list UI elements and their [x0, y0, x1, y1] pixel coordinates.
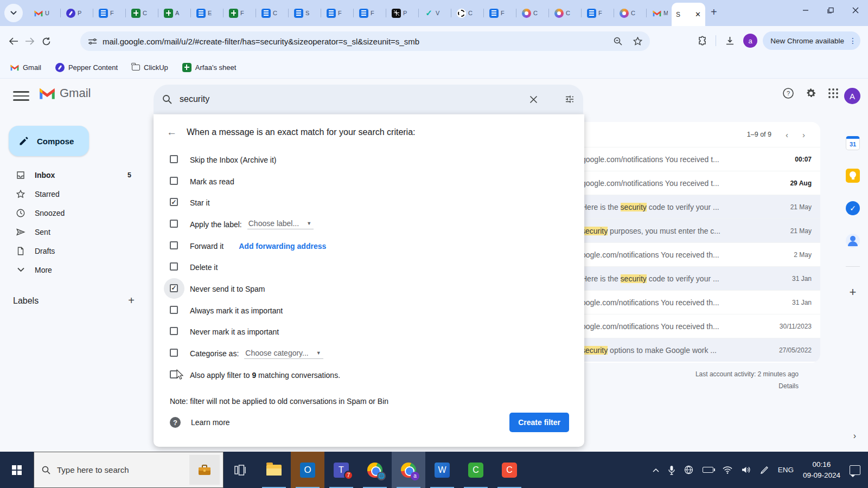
- chrome-profile-button[interactable]: a: [392, 452, 425, 488]
- bookmark-arfaas-sheet[interactable]: Arfaa's sheet: [182, 63, 236, 72]
- choose-dropdown[interactable]: Choose category...▼: [244, 349, 323, 359]
- filter-checkbox[interactable]: ✓: [170, 284, 178, 292]
- word-button[interactable]: W: [425, 452, 459, 488]
- network-globe-icon[interactable]: [684, 465, 693, 474]
- outlook-button[interactable]: O: [291, 452, 324, 488]
- filter-checkbox[interactable]: [170, 327, 178, 335]
- action-center-icon[interactable]: [850, 465, 860, 475]
- reload-icon[interactable]: [38, 33, 54, 49]
- browser-tab[interactable]: F: [224, 0, 256, 26]
- browser-menu-icon[interactable]: ⋮: [848, 36, 857, 45]
- back-icon[interactable]: [5, 33, 22, 49]
- sidebar-item-inbox[interactable]: Inbox5: [4, 165, 139, 184]
- browser-tab[interactable]: ✓V: [419, 0, 451, 26]
- add-forwarding-address-link[interactable]: Add forwarding address: [239, 242, 326, 251]
- filter-checkbox[interactable]: ✓: [170, 198, 178, 206]
- clear-search-icon[interactable]: [529, 95, 538, 104]
- gmail-search-bar[interactable]: security: [154, 85, 583, 114]
- calendar-icon[interactable]: 31: [846, 136, 860, 150]
- browser-tab[interactable]: C: [516, 0, 549, 26]
- browser-tab[interactable]: F: [354, 0, 386, 26]
- filter-checkbox[interactable]: [170, 262, 178, 271]
- email-row[interactable]: Here is the security code to verify your…: [577, 266, 820, 290]
- search-options-icon[interactable]: [565, 95, 575, 104]
- bookmark-clickup[interactable]: ClickUp: [132, 63, 168, 72]
- sidebar-item-drafts[interactable]: Drafts: [4, 241, 139, 260]
- forward-icon[interactable]: [22, 33, 38, 49]
- task-view-button[interactable]: [224, 452, 257, 488]
- keep-icon[interactable]: [846, 169, 860, 183]
- camtasia-button[interactable]: C: [459, 452, 493, 488]
- older-page-icon[interactable]: ›: [802, 130, 805, 139]
- window-close-button[interactable]: [843, 0, 868, 21]
- filter-checkbox[interactable]: [170, 220, 178, 228]
- settings-gear-icon[interactable]: [805, 87, 817, 99]
- newer-page-icon[interactable]: ‹: [786, 130, 788, 139]
- bookmark-star-icon[interactable]: [629, 33, 646, 49]
- chrome-update-pill[interactable]: New Chrome available ⋮: [763, 31, 860, 50]
- zoom-icon[interactable]: [610, 33, 626, 49]
- browser-tab[interactable]: P: [386, 0, 419, 26]
- sidebar-item-starred[interactable]: Starred: [4, 184, 139, 203]
- help-icon[interactable]: ?: [782, 87, 794, 99]
- language-indicator[interactable]: ENG: [778, 466, 794, 474]
- browser-tab[interactable]: U: [28, 0, 61, 26]
- clock[interactable]: 00:16 09-09-2024: [803, 459, 840, 480]
- search-icon[interactable]: [162, 94, 172, 104]
- browser-tab[interactable]: C: [256, 0, 289, 26]
- email-row[interactable]: Here is the security code to verify your…: [577, 195, 820, 219]
- gmail-logo[interactable]: Gmail: [39, 86, 91, 100]
- email-row[interactable]: google.com/notifications You received t.…: [577, 147, 820, 171]
- bookmark-gmail[interactable]: Gmail: [10, 63, 41, 72]
- filter-checkbox[interactable]: [170, 306, 178, 314]
- create-label-icon[interactable]: +: [128, 294, 139, 307]
- tab-close-icon[interactable]: ✕: [695, 10, 701, 18]
- extensions-icon[interactable]: [694, 33, 710, 49]
- pen-icon[interactable]: [760, 466, 769, 474]
- browser-profile-avatar[interactable]: a: [743, 34, 757, 48]
- browser-tab[interactable]: F: [321, 0, 354, 26]
- browser-tab[interactable]: C: [614, 0, 647, 26]
- briefcase-icon[interactable]: [189, 455, 220, 485]
- sidebar-item-more[interactable]: More: [4, 260, 139, 279]
- gmail-account-avatar[interactable]: A: [844, 88, 860, 104]
- create-filter-button[interactable]: Create filter: [509, 413, 569, 432]
- sidebar-item-sent[interactable]: Sent: [4, 222, 139, 241]
- email-row[interactable]: google.com/notifications You received t.…: [577, 171, 820, 195]
- address-bar[interactable]: mail.google.com/mail/u/2/#create-filter/…: [80, 31, 650, 51]
- window-minimize-button[interactable]: [793, 0, 818, 21]
- browser-tab[interactable]: P: [61, 0, 93, 26]
- bookmark-pepper-content[interactable]: Pepper Content: [55, 63, 118, 72]
- filter-checkbox[interactable]: [170, 155, 178, 163]
- active-tab[interactable]: S ✕: [672, 3, 705, 26]
- browser-tab[interactable]: A: [158, 0, 191, 26]
- sidebar-item-snoozed[interactable]: Snoozed: [4, 203, 139, 222]
- microphone-icon[interactable]: [668, 465, 675, 475]
- contacts-icon[interactable]: [846, 234, 860, 248]
- volume-icon[interactable]: [742, 466, 751, 474]
- chrome-button[interactable]: 🌐: [358, 452, 392, 488]
- main-menu-icon[interactable]: [13, 88, 29, 104]
- filter-checkbox[interactable]: [170, 177, 178, 185]
- teams-button[interactable]: T7: [324, 452, 358, 488]
- start-button[interactable]: [0, 452, 34, 488]
- download-icon[interactable]: [722, 33, 738, 49]
- browser-tab[interactable]: C: [126, 0, 158, 26]
- show-side-panel-icon[interactable]: ›: [853, 431, 856, 441]
- filter-checkbox[interactable]: [170, 349, 178, 357]
- search-input[interactable]: security: [180, 94, 522, 104]
- email-row[interactable]: security options to make Google work ...…: [577, 338, 820, 362]
- tasks-icon[interactable]: ✓: [846, 201, 860, 215]
- recorder-button[interactable]: C: [493, 452, 526, 488]
- help-circle-icon[interactable]: ?: [170, 417, 181, 428]
- compose-button[interactable]: Compose: [9, 126, 89, 156]
- email-row[interactable]: oogle.com/notifications You received th.…: [577, 290, 820, 314]
- browser-tab[interactable]: F: [484, 0, 516, 26]
- filter-checkbox[interactable]: [170, 241, 178, 249]
- browser-tab[interactable]: C: [451, 0, 484, 26]
- back-arrow-icon[interactable]: ←: [167, 126, 177, 138]
- wifi-icon[interactable]: [723, 466, 732, 474]
- taskbar-search-box[interactable]: Type here to search: [34, 452, 224, 488]
- browser-tab[interactable]: F: [93, 0, 126, 26]
- window-maximize-button[interactable]: [818, 0, 843, 21]
